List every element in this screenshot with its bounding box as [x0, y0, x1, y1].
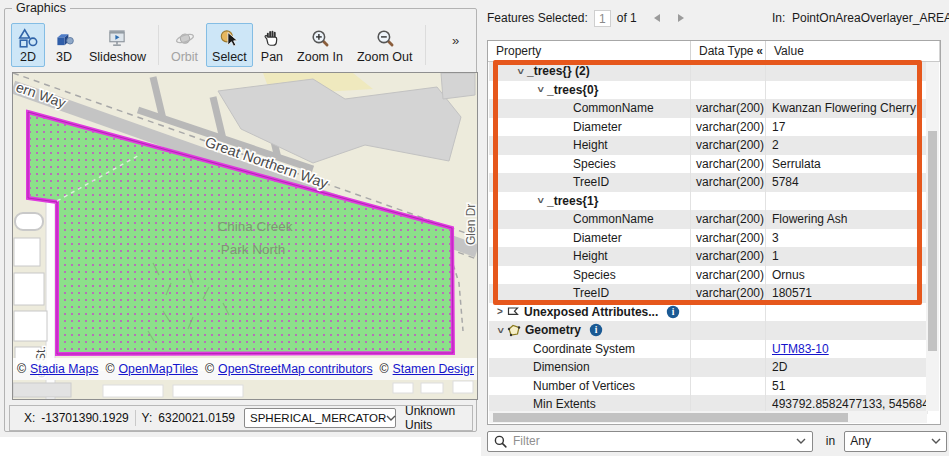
- filter-input[interactable]: Filter: [487, 431, 813, 452]
- data-type-cell: [691, 340, 766, 359]
- collapse-column-icon[interactable]: «: [756, 41, 763, 61]
- expander-icon[interactable]: >: [535, 83, 546, 97]
- data-type-cell: [691, 192, 766, 211]
- units-label: Unknown Units: [405, 404, 472, 432]
- property-name: Diameter: [573, 120, 622, 134]
- view-2d-button[interactable]: 2D: [11, 23, 45, 67]
- table-row[interactable]: > CommonName i: [489, 210, 928, 229]
- chevron-down-icon[interactable]: [796, 438, 806, 444]
- data-type-cell: varchar(200): [691, 155, 766, 174]
- attribution-link-stadia[interactable]: Stadia Maps: [30, 362, 98, 376]
- view-3d-button[interactable]: 3D: [47, 23, 81, 67]
- map-label-park-line2: Park North: [221, 242, 286, 257]
- value-cell: [766, 81, 928, 100]
- expander-icon[interactable]: >: [535, 194, 546, 208]
- table-row[interactable]: > TreeID i varc: [489, 284, 928, 303]
- svg-text:i: i: [595, 326, 598, 336]
- value-cell: [766, 303, 928, 322]
- vertical-scrollbar-thumb[interactable]: [928, 131, 937, 351]
- previous-feature-button[interactable]: [653, 13, 661, 23]
- vertical-scrollbar[interactable]: [926, 62, 939, 411]
- y-coordinate-label: Y:: [142, 411, 153, 425]
- attribution-link-osm[interactable]: OpenStreetMap contributors: [218, 362, 372, 376]
- value-cell: 3: [766, 229, 928, 248]
- zoom-in-button[interactable]: Zoom In: [291, 23, 349, 67]
- window-footer-strip: [0, 437, 481, 456]
- property-name: _trees{1}: [547, 194, 598, 208]
- table-row[interactable]: > _trees{0} i: [489, 81, 928, 100]
- table-row[interactable]: > Dimension i: [489, 358, 928, 377]
- property-table-header: Property Data Type « Value: [488, 41, 940, 62]
- info-icon[interactable]: i: [666, 305, 680, 319]
- toolbar-separator: [158, 25, 159, 65]
- value-cell: 180571: [766, 284, 928, 303]
- map-label-park-line1: China Creek: [217, 219, 292, 234]
- map-culdesac-road: [15, 213, 43, 230]
- table-row[interactable]: > Diameter i va: [489, 118, 928, 137]
- property-name: TreeID: [573, 175, 609, 189]
- property-name: Min Extents: [533, 397, 596, 411]
- slideshow-icon: [106, 27, 128, 49]
- column-header-property[interactable]: Property: [488, 41, 691, 61]
- table-row[interactable]: > TreeID i varc: [489, 173, 928, 192]
- property-rows: > _trees{} (2) i: [489, 62, 928, 414]
- data-type-cell: varchar(200): [691, 173, 766, 192]
- table-row[interactable]: > Number of Vertices i: [489, 377, 928, 396]
- table-row[interactable]: > Diameter i va: [489, 229, 928, 248]
- map-view[interactable]: ern Way Great Northern Way China Creek P…: [12, 72, 478, 400]
- table-row[interactable]: > _trees{1} i: [489, 192, 928, 211]
- expander-icon[interactable]: >: [515, 64, 526, 78]
- property-name: _trees{} (2): [527, 64, 590, 78]
- filter-scope-dropdown[interactable]: Any: [844, 431, 947, 452]
- property-name: Dimension: [533, 360, 590, 374]
- filter-bar: Filter in Any: [487, 430, 947, 452]
- data-type-cell: varchar(200): [691, 266, 766, 285]
- attribution-link-openmaptiles[interactable]: OpenMapTiles: [118, 362, 198, 376]
- toolbar-overflow-chevron[interactable]: »: [452, 33, 458, 48]
- table-row[interactable]: > _trees{} (2) i: [489, 62, 928, 81]
- info-icon[interactable]: i: [589, 323, 603, 337]
- in-label: In:: [772, 11, 785, 25]
- value-cell: 2: [766, 136, 928, 155]
- table-row[interactable]: > Species i var: [489, 155, 928, 174]
- property-name: Unexposed Attributes...: [524, 305, 658, 319]
- table-row[interactable]: > Height i varc: [489, 247, 928, 266]
- select-tool-button[interactable]: Select: [206, 23, 253, 67]
- feature-index-field[interactable]: 1: [594, 10, 611, 27]
- data-type-cell: varchar(200): [691, 284, 766, 303]
- orbit-icon: [174, 27, 196, 49]
- column-header-value[interactable]: Value: [766, 41, 940, 61]
- value-cell: 17: [766, 118, 928, 137]
- table-row[interactable]: > Species i var: [489, 266, 928, 285]
- zoom-out-icon: [374, 27, 396, 49]
- feature-type-value: PointOnAreaOverlayer_AREA: [792, 11, 949, 25]
- data-type-cell: [691, 81, 766, 100]
- zoom-in-icon: [309, 27, 331, 49]
- map-statusbar: X: -13701390.1929 Y: 6320021.0159 SPHERI…: [9, 405, 473, 431]
- zoom-out-button[interactable]: Zoom Out: [351, 23, 419, 67]
- crs-dropdown[interactable]: SPHERICAL_MERCATOR: [244, 408, 396, 428]
- horizontal-scrollbar[interactable]: [489, 411, 927, 423]
- slideshow-button[interactable]: Slideshow: [83, 23, 152, 67]
- value-cell: [766, 62, 928, 81]
- column-header-data-type[interactable]: Data Type «: [691, 41, 766, 61]
- table-row[interactable]: > Coordinate System i: [489, 340, 928, 359]
- table-row[interactable]: > Geometry i: [489, 321, 928, 340]
- svg-text:i: i: [672, 307, 675, 317]
- graphics-group-title: Graphics: [12, 1, 70, 15]
- table-row[interactable]: > CommonName i: [489, 99, 928, 118]
- table-row[interactable]: > Unexposed Attributes... i: [489, 303, 928, 322]
- horizontal-scrollbar-thumb[interactable]: [493, 413, 848, 422]
- pan-tool-button[interactable]: Pan: [255, 23, 289, 67]
- next-feature-button[interactable]: [677, 13, 685, 23]
- table-row[interactable]: > Height i varc: [489, 136, 928, 155]
- data-type-cell: varchar(200): [691, 229, 766, 248]
- unexposed-attributes-icon: [507, 306, 520, 318]
- map-label-street-right: Glen Dr: [464, 204, 477, 245]
- property-table: Property Data Type « Value >: [487, 40, 941, 425]
- features-selected-header: Features Selected: 1 of 1 In: PointOnAre…: [487, 9, 947, 27]
- expander-icon[interactable]: >: [493, 306, 507, 317]
- pan-hand-icon: [261, 27, 283, 49]
- expander-icon[interactable]: >: [495, 323, 506, 337]
- attribution-link-stamen[interactable]: Stamen Desigr: [393, 362, 474, 376]
